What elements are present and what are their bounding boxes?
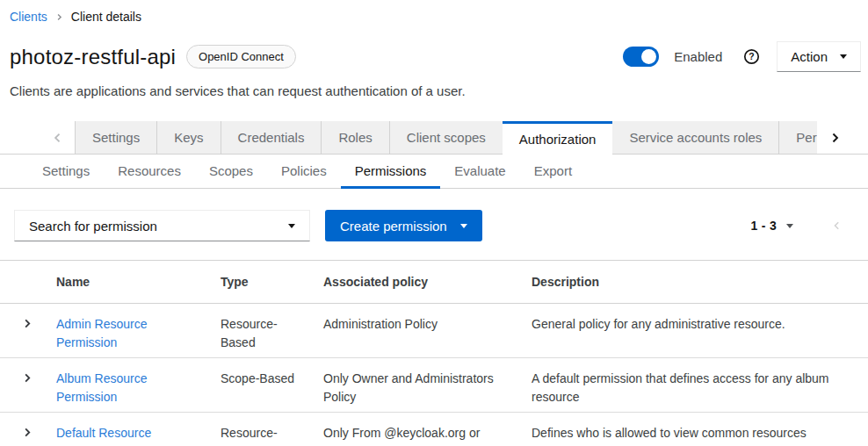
protocol-badge: OpenID Connect — [186, 45, 296, 68]
authorization-subtabs: Settings Resources Scopes Policies Permi… — [0, 155, 868, 189]
permission-policy: Only From @keycloak.org or Admin — [309, 413, 517, 446]
action-dropdown[interactable]: Action — [777, 41, 861, 72]
toggle-knob — [641, 49, 656, 64]
tab-authorization[interactable]: Authorization — [503, 121, 613, 155]
caret-down-icon — [786, 224, 793, 228]
permission-policy: Only Owner and Administrators Policy — [309, 358, 517, 412]
column-header-associated-policy: Associated policy — [309, 261, 517, 303]
tab-service-accounts-roles[interactable]: Service accounts roles — [612, 121, 779, 154]
table-header-row: Name Type Associated policy Description — [0, 261, 868, 304]
permission-description: General policy for any administrative re… — [517, 304, 868, 357]
subtab-evaluate[interactable]: Evaluate — [440, 155, 519, 188]
search-permission-select[interactable]: Search for permission — [14, 210, 310, 241]
create-permission-label: Create permission — [340, 219, 447, 234]
subtab-resources[interactable]: Resources — [104, 155, 195, 188]
permission-name-link[interactable]: Default Resource Permission — [56, 426, 151, 446]
permission-type: Scope-Based — [206, 358, 309, 412]
subtab-policies[interactable]: Policies — [267, 155, 341, 188]
help-icon[interactable]: ? — [743, 48, 760, 65]
subtab-export[interactable]: Export — [520, 155, 586, 188]
tab-settings[interactable]: Settings — [75, 121, 157, 154]
permissions-toolbar: Search for permission Create permission … — [0, 210, 868, 241]
breadcrumb: Clients Client details — [0, 0, 868, 24]
permission-name-link[interactable]: Admin Resource Permission — [56, 317, 148, 349]
column-header-name: Name — [42, 261, 206, 303]
expand-column-header — [0, 261, 42, 303]
permission-description: A default permission that defines access… — [517, 358, 868, 412]
tab-credentials[interactable]: Credentials — [221, 121, 322, 154]
subtab-permissions[interactable]: Permissions — [341, 155, 441, 189]
pagination-dropdown[interactable]: 1 - 3 — [750, 219, 793, 233]
client-tabs: Settings Keys Credentials Roles Client s… — [0, 121, 868, 155]
enabled-label: Enabled — [674, 49, 722, 64]
action-dropdown-label: Action — [791, 49, 828, 64]
pagination-prev-icon[interactable] — [832, 220, 842, 231]
caret-down-icon — [288, 224, 295, 228]
pagination: 1 - 3 — [750, 219, 868, 233]
pagination-range: 1 - 3 — [750, 219, 777, 233]
expand-cell — [0, 304, 42, 357]
subtab-scopes[interactable]: Scopes — [195, 155, 267, 188]
breadcrumb-current: Client details — [71, 10, 141, 24]
header-actions: Enabled ? Action — [623, 41, 861, 72]
caret-down-icon — [460, 224, 467, 228]
breadcrumb-clients-link[interactable]: Clients — [10, 10, 47, 24]
row-expand-icon[interactable] — [22, 427, 33, 438]
subtab-settings[interactable]: Settings — [28, 155, 104, 188]
page-subtitle: Clients are applications and services th… — [10, 83, 868, 98]
expand-cell — [0, 358, 42, 412]
create-permission-button[interactable]: Create permission — [325, 210, 482, 241]
tab-scroll-left-icon[interactable] — [40, 121, 75, 154]
tab-keys[interactable]: Keys — [157, 121, 221, 154]
permission-description: Defines who is allowed to view common re… — [517, 413, 868, 446]
table-row: Default Resource Permission Resource-Bas… — [0, 413, 868, 446]
caret-down-icon — [840, 54, 847, 59]
permission-type: Resource-Based — [206, 304, 309, 357]
tab-permissions[interactable]: Permissions — [779, 121, 817, 154]
permission-type: Resource-Based — [206, 413, 309, 446]
enabled-toggle[interactable] — [623, 47, 659, 67]
column-header-description: Description — [517, 261, 868, 303]
search-permission-label: Search for permission — [29, 219, 157, 234]
angle-right-icon — [55, 12, 63, 22]
tab-roles[interactable]: Roles — [322, 121, 389, 154]
table-row: Album Resource Permission Scope-Based On… — [0, 358, 868, 413]
permissions-table: Name Type Associated policy Description … — [0, 260, 868, 446]
page-title: photoz-restful-api — [10, 45, 176, 69]
table-row: Admin Resource Permission Resource-Based… — [0, 304, 868, 358]
row-expand-icon[interactable] — [22, 372, 33, 384]
tab-client-scopes[interactable]: Client scopes — [390, 121, 503, 154]
column-header-type: Type — [206, 261, 309, 303]
row-expand-icon[interactable] — [22, 318, 33, 329]
permission-name-link[interactable]: Album Resource Permission — [56, 371, 148, 404]
expand-cell — [0, 413, 42, 446]
tab-scroll-right-icon[interactable] — [817, 121, 868, 154]
permission-policy: Administration Policy — [309, 304, 517, 357]
page-header: photoz-restful-api OpenID Connect Enable… — [0, 41, 868, 72]
svg-text:?: ? — [749, 52, 755, 61]
